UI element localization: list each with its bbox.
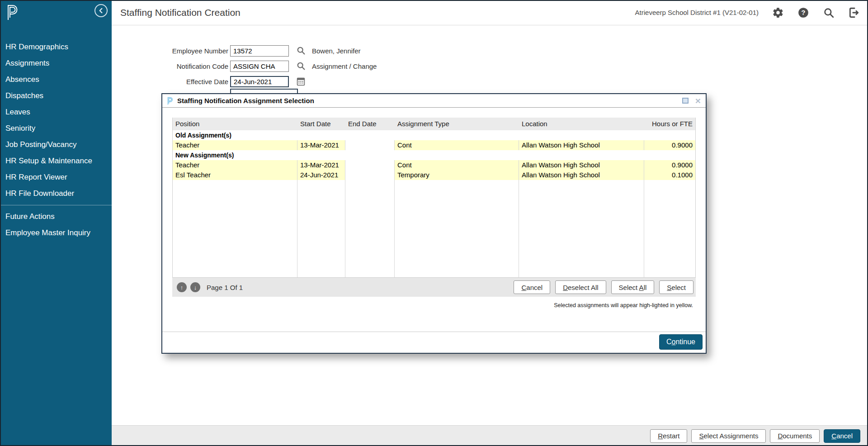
form-row-notification-code: Notification CodeAssignment / Change [112,60,868,72]
column-header-location: Location [519,118,644,130]
sidebar-item-future-actions[interactable]: Future Actions [0,209,112,225]
cell-hours-or-fte: 0.1000 [644,170,695,180]
cell-location: Allan Watson High School [519,140,644,150]
sidebar-item-dispatches[interactable]: Dispatches [0,88,112,104]
cell-assignment-type: Cont [395,160,519,170]
dialog-footer: Continue [162,332,706,353]
page-up-icon[interactable]: ↑ [177,282,187,292]
sidebar-item-employee-master-inquiry[interactable]: Employee Master Inquiry [0,225,112,241]
table-row[interactable]: Esl Teacher24-Jun-2021TemporaryAllan Wat… [173,170,695,180]
sidebar-item-absences[interactable]: Absences [0,71,112,88]
form-row-effective-date: Effective Date [112,76,868,87]
empty-column [644,180,695,277]
restart-button[interactable]: Restart [650,429,687,443]
column-header-start-date: Start Date [297,118,345,130]
page-down-icon[interactable]: ↓ [190,282,200,292]
documents-button[interactable]: Documents [770,429,820,443]
empty-column [297,180,345,277]
cell-position: Teacher [173,140,297,150]
cell-assignment-type: Temporary [395,170,519,180]
sidebar-item-hr-report-viewer[interactable]: HR Report Viewer [0,169,112,185]
sidebar-nav: HR DemographicsAssignmentsAbsencesDispat… [0,39,112,241]
action-bar: RestartSelect AssignmentsDocumentsCancel [112,425,868,446]
svg-text:?: ? [801,9,805,16]
cell-start-date: 13-Mar-2021 [297,160,345,170]
pagination-buttons: CancelDeselect AllSelect AllSelect [514,280,693,294]
sidebar-divider [0,205,112,205]
modal-logo-icon [167,97,173,105]
dialog-title: Staffing Notification Assignment Selecti… [177,97,314,104]
column-header-end-date: End Date [345,118,395,130]
column-header-position: Position [173,118,297,130]
powerschool-logo-icon [7,4,19,20]
maximize-icon[interactable] [682,98,689,104]
sidebar-item-hr-demographics[interactable]: HR Demographics [0,39,112,55]
group-header-old-assignment-s: Old Assignment(s) [173,130,695,140]
employee-number-description: Bowen, Jennifer [312,47,361,55]
empty-column [519,180,644,277]
calendar-icon[interactable] [296,76,306,86]
cell-end-date [345,140,395,150]
select-all-button[interactable]: Select All [611,280,655,294]
effective-date-input[interactable] [230,76,289,87]
sidebar-item-leaves[interactable]: Leaves [0,104,112,120]
effective-date-label: Effective Date [125,78,228,85]
header-right: Atrieveerp School District #1 (V21-02-01… [635,0,860,25]
cell-position: Teacher [173,160,297,170]
sidebar-collapse-button[interactable] [94,4,108,17]
select-button[interactable]: Select [659,280,693,294]
cell-hours-or-fte: 0.9000 [644,160,695,170]
column-header-assignment-type: Assignment Type [395,118,519,130]
assignment-selection-dialog: Staffing Notification Assignment Selecti… [161,93,707,354]
district-label: Atrieveerp School District #1 (V21-02-01… [635,9,759,16]
selection-note: Selected assignments will appear high-li… [554,302,693,308]
table-row[interactable]: Teacher13-Mar-2021ContAllan Watson High … [173,140,695,150]
sidebar-item-hr-setup-maintenance[interactable]: HR Setup & Maintenance [0,153,112,169]
page-indicator: Page 1 Of 1 [207,284,243,291]
deselect-all-button[interactable]: Deselect All [555,280,606,294]
employee-number-input[interactable] [230,45,289,57]
cell-location: Allan Watson High School [519,170,644,180]
cancel-button[interactable]: Cancel [824,429,860,443]
cell-end-date [345,170,395,180]
pagination-bar: ↑ ↓ Page 1 Of 1 CancelDeselect AllSelect… [172,278,696,297]
sidebar-item-job-posting-vacancy[interactable]: Job Posting/Vacancy [0,137,112,153]
help-icon[interactable]: ? [797,6,809,19]
assignments-table: PositionStart DateEnd DateAssignment Typ… [172,118,696,278]
chevron-left-icon [98,8,104,14]
notification-code-input[interactable] [230,61,289,72]
lookup-search-icon[interactable] [296,46,306,55]
continue-button[interactable]: Continue [659,334,703,350]
lookup-search-icon[interactable] [296,61,306,71]
empty-column [395,180,519,277]
close-icon[interactable]: × [695,98,701,104]
sidebar-header [0,0,112,25]
sidebar: HR DemographicsAssignmentsAbsencesDispat… [0,0,112,446]
sidebar-item-seniority[interactable]: Seniority [0,120,112,137]
cancel-button[interactable]: Cancel [514,280,550,294]
cell-start-date: 24-Jun-2021 [297,170,345,180]
dialog-controls: × [682,98,701,104]
form-row-employee-number: Employee NumberBowen, Jennifer [112,45,868,57]
employee-number-label: Employee Number [125,47,228,55]
cell-hours-or-fte: 0.9000 [644,140,695,150]
table-header-row: PositionStart DateEnd DateAssignment Typ… [173,118,695,130]
page-title: Staffing Notification Creation [120,7,241,18]
column-header-hours-or-fte: Hours or FTE [644,118,695,130]
table-row[interactable]: Teacher13-Mar-2021ContAllan Watson High … [173,160,695,170]
logout-icon[interactable] [848,6,860,19]
cell-assignment-type: Cont [395,140,519,150]
sidebar-item-hr-file-downloader[interactable]: HR File Downloader [0,185,112,202]
empty-column [173,180,297,277]
gear-icon[interactable] [772,6,784,19]
page-header: Staffing Notification Creation Atrieveer… [112,0,868,25]
sidebar-item-assignments[interactable]: Assignments [0,55,112,71]
select-assignments-button[interactable]: Select Assignments [691,429,766,443]
app-window: HR DemographicsAssignmentsAbsencesDispat… [0,0,868,446]
table-empty-area [173,180,695,277]
empty-column [345,180,395,277]
cell-position: Esl Teacher [173,170,297,180]
group-header-new-assignment-s: New Assignment(s) [173,150,695,160]
search-icon[interactable] [822,6,835,19]
notification-code-label: Notification Code [125,62,228,70]
